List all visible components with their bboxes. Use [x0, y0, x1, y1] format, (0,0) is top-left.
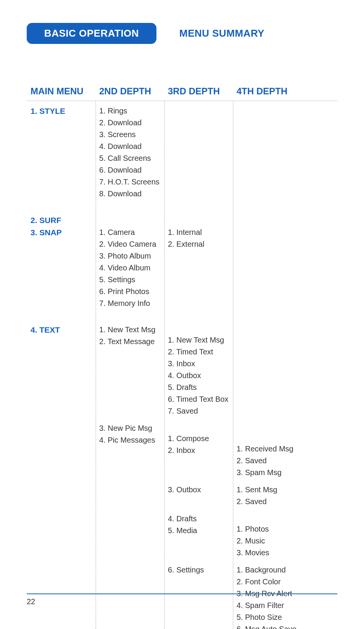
row-spacer	[27, 479, 337, 484]
list-item: 2. Download	[99, 117, 164, 129]
list-item: 1. Compose	[168, 433, 233, 445]
list-item: 5. Media	[168, 525, 233, 537]
list-item: 3. Inbox	[168, 358, 233, 370]
page-footer: 22	[27, 593, 337, 606]
list-item: 1. Background	[237, 564, 337, 576]
column-separator	[233, 101, 234, 629]
row-spacer	[27, 200, 337, 214]
list-item: 7. Saved	[168, 405, 233, 417]
list-item: 1. Rings	[99, 105, 164, 117]
main-text: 4. TEXT	[31, 324, 95, 336]
list-item: 2. Font Color	[237, 576, 337, 588]
list-item: 7. Memory Info	[99, 298, 164, 309]
column-separator	[164, 101, 165, 629]
table-body: 1. STYLE 1. Rings 2. Download 3. Screens…	[27, 101, 337, 629]
list-item: 1. Camera	[99, 226, 164, 238]
page-number: 22	[27, 597, 35, 606]
list-item: 3. Spam Msg	[237, 467, 337, 479]
list-item: 3. Photo Album	[99, 250, 164, 262]
list-item: 2. Inbox	[168, 445, 233, 456]
main-snap: 3. SNAP	[31, 226, 95, 239]
list-item: 1. Internal	[168, 226, 233, 238]
main-surf: 2. SURF	[31, 214, 95, 226]
col-head-4th: 4TH DEPTH	[233, 86, 337, 97]
list-item: 4. Drafts	[168, 513, 233, 525]
list-item: 2. Text Message	[99, 336, 164, 348]
list-item: 6. Download	[99, 164, 164, 176]
row-text-1: 4. TEXT 1. New Text Msg 2. Text Message …	[27, 324, 337, 417]
list-item: 3. Outbox	[168, 484, 233, 496]
page-header: BASIC OPERATION MENU SUMMARY	[27, 23, 337, 44]
list-item: 1. Received Msg	[237, 443, 337, 455]
table-header-row: MAIN MENU 2ND DEPTH 3RD DEPTH 4TH DEPTH	[27, 86, 337, 101]
list-item: 2. Video Camera	[99, 238, 164, 250]
list-item: 8. Download	[99, 188, 164, 200]
row-spacer	[27, 417, 337, 422]
list-item: 5. Settings	[99, 274, 164, 286]
list-item: 4. Outbox	[168, 370, 233, 382]
page: BASIC OPERATION MENU SUMMARY MAIN MENU 2…	[0, 0, 364, 629]
row-text-outbox: 3. Outbox 1. Sent Msg 2. Saved	[27, 484, 337, 508]
row-spacer	[27, 309, 337, 324]
list-item: 6. Msg Auto Save	[237, 623, 337, 629]
menu-table: MAIN MENU 2ND DEPTH 3RD DEPTH 4TH DEPTH …	[27, 86, 337, 629]
row-text-media: 4. Drafts 5. Media 1. Photos 2. Music 3.…	[27, 513, 337, 559]
list-item: 2. Music	[237, 535, 337, 547]
list-item: 2. Timed Text	[168, 346, 233, 358]
list-item: 3. Screens	[99, 129, 164, 141]
main-style: 1. STYLE	[31, 105, 95, 117]
col-head-main: MAIN MENU	[27, 86, 95, 97]
list-item: 5. Photo Size	[237, 611, 337, 623]
list-item: 3. Movies	[237, 547, 337, 559]
col-head-2nd: 2ND DEPTH	[95, 86, 164, 97]
row-snap: 3. SNAP 1. Camera 2. Video Camera 3. Pho…	[27, 226, 337, 309]
list-item: 4. Download	[99, 141, 164, 152]
list-item: 6. Settings	[168, 564, 233, 576]
list-item: 2. External	[168, 238, 233, 250]
column-separator	[95, 101, 96, 629]
list-item: 3. New Pic Msg	[99, 422, 164, 434]
list-item: 1. Photos	[237, 523, 337, 535]
list-item: 7. H.O.T. Screens	[99, 176, 164, 188]
list-item: 4. Video Album	[99, 262, 164, 274]
list-item: 1. Sent Msg	[237, 484, 337, 496]
col-head-3rd: 3RD DEPTH	[164, 86, 233, 97]
row-spacer	[27, 508, 337, 513]
list-item: 4. Pic Messages	[99, 434, 164, 446]
section-title-menu-summary: MENU SUMMARY	[179, 27, 264, 39]
row-surf: 2. SURF	[27, 214, 337, 226]
row-spacer	[27, 559, 337, 564]
list-item: 2. Saved	[237, 496, 337, 508]
list-item: 6. Print Photos	[99, 286, 164, 298]
row-style: 1. STYLE 1. Rings 2. Download 3. Screens…	[27, 105, 337, 200]
row-text-2: 3. New Pic Msg 4. Pic Messages 1. Compos…	[27, 422, 337, 479]
list-item: 1. New Text Msg	[168, 334, 233, 346]
list-item: 5. Drafts	[168, 382, 233, 393]
list-item: 1. New Text Msg	[99, 324, 164, 336]
list-item: 2. Saved	[237, 455, 337, 467]
list-item: 6. Timed Text Box	[168, 393, 233, 405]
tab-basic-operation: BASIC OPERATION	[27, 23, 156, 44]
list-item: 5. Call Screens	[99, 152, 164, 164]
